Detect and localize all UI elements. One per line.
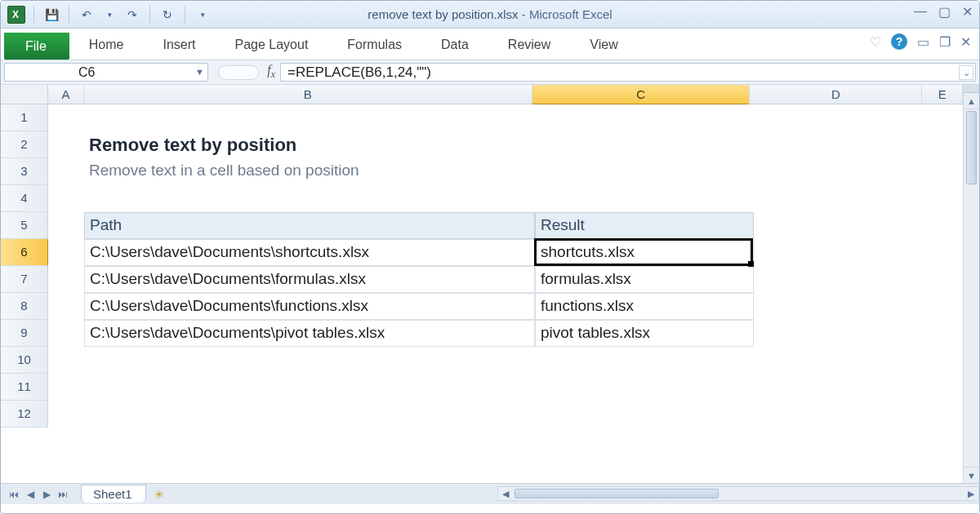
spreadsheet-grid[interactable]: ABCDE 123456789101112 Remove text by pos… <box>1 85 963 483</box>
row-header-2[interactable]: 2 <box>1 131 48 158</box>
sheet-nav-next[interactable]: ▶ <box>38 486 55 503</box>
title-bar: 💾 ↶ ▾ ↷ ↻ ▾ remove text by position.xlsx… <box>1 1 979 29</box>
status-bar: ⏮ ◀ ▶ ⏭ Sheet1 ✳ ◀ ▶ <box>1 483 979 504</box>
row-header-9[interactable]: 9 <box>1 320 48 347</box>
formula-expand-button[interactable]: ⌄ <box>959 65 973 80</box>
close-button[interactable]: ✕ <box>962 4 973 20</box>
vertical-scroll-thumb[interactable] <box>966 111 977 184</box>
window-close-icon[interactable]: ✕ <box>960 34 971 50</box>
undo-menu-button[interactable]: ▾ <box>100 6 118 24</box>
cell-b8[interactable]: C:\Users\dave\Documents\functions.xlsx <box>84 293 535 320</box>
undo-button[interactable]: ↶ <box>78 6 96 24</box>
save-button[interactable]: 💾 <box>42 6 60 24</box>
tab-view[interactable]: View <box>570 32 637 60</box>
cell-c8[interactable]: functions.xlsx <box>535 293 754 320</box>
col-header-b[interactable]: B <box>84 85 532 104</box>
vertical-scrollbar[interactable]: ▲ ▼ <box>963 85 979 483</box>
window-minimize-icon[interactable]: ▭ <box>917 34 929 50</box>
new-sheet-button[interactable]: ✳ <box>154 488 172 501</box>
sheet-nav-last[interactable]: ⏭ <box>55 486 71 503</box>
formula-bar-row: C6 ▼ fx =REPLACE(B6,1,24,"") ⌄ <box>1 60 979 85</box>
scroll-right-button[interactable]: ▶ <box>964 487 978 500</box>
excel-logo-icon <box>7 6 25 24</box>
redo-alt-button[interactable]: ↻ <box>158 6 176 24</box>
cell-c7[interactable]: formulas.xlsx <box>535 266 754 293</box>
scroll-up-button[interactable]: ▲ <box>964 93 979 109</box>
formula-text: =REPLACE(B6,1,24,"") <box>287 64 431 81</box>
cell-c6[interactable]: shortcuts.xlsx <box>535 239 754 266</box>
row-header-11[interactable]: 11 <box>1 374 48 401</box>
vertical-split-handle[interactable] <box>964 85 979 93</box>
cell-b6[interactable]: C:\Users\dave\Documents\shortcuts.xlsx <box>84 239 535 266</box>
window-restore-icon[interactable]: ❐ <box>939 34 951 50</box>
tab-home[interactable]: Home <box>69 32 144 60</box>
window-title: remove text by position.xlsx - Microsoft… <box>368 7 612 21</box>
cell-b9[interactable]: C:\Users\dave\Documents\pivot tables.xls… <box>84 320 535 347</box>
sheet-nav-first[interactable]: ⏮ <box>6 486 22 503</box>
ribbon: File Home Insert Page Layout Formulas Da… <box>1 29 979 60</box>
col-header-a[interactable]: A <box>48 85 84 104</box>
row-header-12[interactable]: 12 <box>1 401 48 428</box>
row-header-7[interactable]: 7 <box>1 266 48 293</box>
cell-c9[interactable]: pivot tables.xlsx <box>535 320 754 347</box>
formula-bar[interactable]: =REPLACE(B6,1,24,"") ⌄ <box>280 63 976 82</box>
file-tab[interactable]: File <box>4 33 69 60</box>
select-all-corner[interactable] <box>1 85 48 104</box>
tab-insert[interactable]: Insert <box>143 32 215 60</box>
title-cell[interactable]: Remove text by position <box>84 131 656 158</box>
header-result[interactable]: Result <box>535 212 754 239</box>
tab-review[interactable]: Review <box>488 32 570 60</box>
row-header-3[interactable]: 3 <box>1 158 48 185</box>
cell-b7[interactable]: C:\Users\dave\Documents\formulas.xlsx <box>84 266 535 293</box>
header-path[interactable]: Path <box>84 212 535 239</box>
scroll-down-button[interactable]: ▼ <box>964 467 979 483</box>
redo-button[interactable]: ↷ <box>123 6 141 24</box>
col-header-c[interactable]: C <box>532 85 751 104</box>
name-box-value: C6 <box>78 65 95 80</box>
name-box[interactable]: C6 ▼ <box>4 63 208 82</box>
row-header-8[interactable]: 8 <box>1 293 48 320</box>
help-button[interactable]: ? <box>891 33 907 50</box>
row-header-6[interactable]: 6 <box>1 239 48 266</box>
sheet-nav-prev[interactable]: ◀ <box>22 486 38 503</box>
minimize-button[interactable]: — <box>914 4 927 20</box>
tab-page-layout[interactable]: Page Layout <box>215 32 327 60</box>
name-box-dropdown-icon[interactable]: ▼ <box>195 67 204 77</box>
qat-customize-button[interactable]: ▾ <box>194 6 212 24</box>
app-name-label: Microsoft Excel <box>529 7 612 21</box>
row-header-5[interactable]: 5 <box>1 212 48 239</box>
tab-formulas[interactable]: Formulas <box>327 32 421 60</box>
row-header-10[interactable]: 10 <box>1 347 48 374</box>
fx-icon: fx <box>267 63 275 81</box>
col-header-e[interactable]: E <box>922 85 963 104</box>
sheet-tab-sheet1[interactable]: Sheet1 <box>81 485 146 503</box>
horizontal-scrollbar[interactable]: ◀ ▶ <box>497 486 979 501</box>
tab-data[interactable]: Data <box>421 32 488 60</box>
col-header-d[interactable]: D <box>750 85 922 104</box>
subtitle-cell[interactable]: Remove text in a cell based on position <box>84 158 656 185</box>
row-header-1[interactable]: 1 <box>1 104 48 131</box>
scroll-left-button[interactable]: ◀ <box>498 487 513 500</box>
row-header-4[interactable]: 4 <box>1 185 48 212</box>
maximize-button[interactable]: ▢ <box>938 4 951 20</box>
filename-label: remove text by position.xlsx <box>368 7 518 21</box>
insert-function-button[interactable]: fx <box>208 60 280 84</box>
horizontal-scroll-thumb[interactable] <box>514 489 719 498</box>
ribbon-minimize-icon[interactable]: ♡ <box>870 34 881 50</box>
